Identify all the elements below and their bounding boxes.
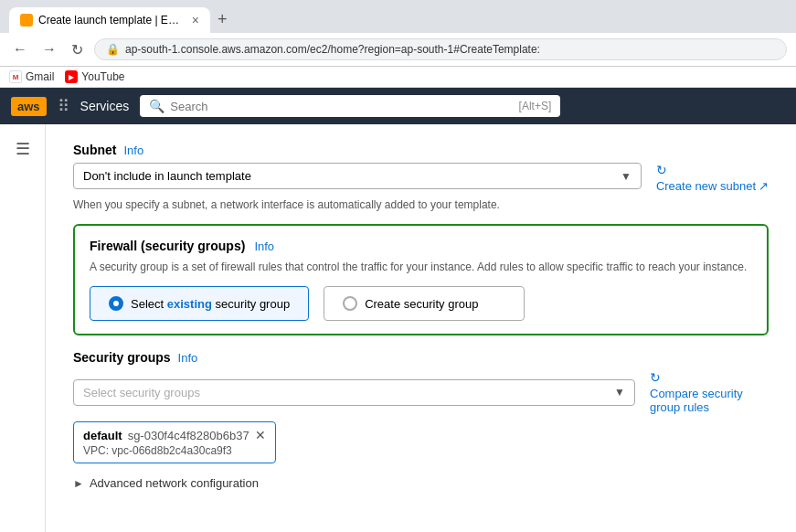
security-groups-section: Security groups Info Select security gro… — [73, 350, 769, 463]
firewall-radio-options: Select existing security group Create se… — [90, 286, 752, 321]
aws-search-bar[interactable]: 🔍 [Alt+S] — [140, 95, 560, 117]
subnet-select-wrap: Don't include in launch template ▼ — [73, 163, 642, 189]
sg-info-link[interactable]: Info — [178, 351, 198, 365]
subnet-title-row: Subnet Info — [73, 143, 769, 157]
aws-logo[interactable]: aws — [11, 97, 47, 116]
aws-navigation: aws ⠿ Services 🔍 [Alt+S] — [0, 88, 796, 124]
radio-label-existing: Select existing security group — [131, 297, 290, 311]
browser-chrome: Create launch template | EC2 Ma × + — [0, 0, 796, 33]
subnet-select[interactable]: Don't include in launch template ▼ — [73, 163, 642, 189]
selected-sg-item: default sg-030f4c4f8280b6b37 ✕ VPC: vpc-… — [73, 421, 276, 463]
firewall-info-link[interactable]: Info — [254, 239, 274, 253]
radio-circle-create — [343, 296, 357, 311]
firewall-title-row: Firewall (security groups) Info — [90, 239, 752, 253]
active-tab[interactable]: Create launch template | EC2 Ma × — [9, 7, 210, 33]
page-layout: ☰ Subnet Info Don't include in launch te… — [0, 124, 796, 532]
create-new-subnet-text: Create new subnet — [656, 179, 756, 193]
bookmarks-bar: M Gmail ▶ YouTube — [0, 67, 796, 88]
subnet-select-value: Don't include in launch template — [83, 169, 251, 183]
advanced-arrow-icon: ► — [73, 477, 84, 490]
firewall-description: A security group is a set of firewall ru… — [90, 259, 752, 275]
main-content: Subnet Info Don't include in launch temp… — [46, 124, 796, 532]
advanced-network-section[interactable]: ► Advanced network configuration — [73, 476, 769, 490]
tab-title: Create launch template | EC2 Ma — [38, 14, 186, 27]
radio-create-new[interactable]: Create security group — [324, 286, 525, 321]
sg-name-row: default sg-030f4c4f8280b6b37 ✕ — [83, 428, 266, 442]
subnet-row: Don't include in launch template ▼ ↻ Cre… — [73, 163, 769, 193]
lock-icon: 🔒 — [106, 43, 120, 56]
sg-remove-button[interactable]: ✕ — [255, 428, 266, 442]
gmail-icon: M — [9, 70, 22, 83]
new-tab-button[interactable]: + — [212, 10, 233, 29]
reload-button[interactable]: ↻ — [68, 39, 87, 60]
aws-services-button[interactable]: Services — [80, 99, 130, 113]
advanced-label: Advanced network configuration — [90, 476, 259, 490]
sg-select-row: Select security groups ▼ ↻ Compare secur… — [73, 370, 769, 414]
search-icon: 🔍 — [149, 99, 165, 113]
subnet-refresh-icon[interactable]: ↻ — [656, 163, 667, 177]
sg-id: sg-030f4c4f8280b6b37 — [128, 429, 249, 442]
aws-grid-icon[interactable]: ⠿ — [58, 96, 69, 116]
youtube-icon: ▶ — [65, 70, 78, 83]
sidebar-menu-icon[interactable]: ☰ — [10, 133, 36, 165]
sg-chevron-icon: ▼ — [614, 386, 625, 399]
firewall-title: Firewall (security groups) — [90, 239, 245, 253]
search-shortcut: [Alt+S] — [519, 100, 552, 112]
sg-label: Security groups — [73, 350, 171, 365]
subnet-label: Subnet — [73, 143, 116, 157]
subnet-note: When you specify a subnet, a network int… — [73, 198, 769, 211]
youtube-label: YouTube — [81, 70, 124, 83]
bookmark-gmail[interactable]: M Gmail — [9, 70, 54, 83]
firewall-section: Firewall (security groups) Info A securi… — [73, 224, 769, 335]
subnet-actions: ↻ Create new subnet ↗ — [656, 163, 769, 193]
sidebar: ☰ — [0, 124, 46, 532]
tab-close-button[interactable]: × — [192, 13, 199, 27]
address-text: ap-south-1.console.aws.amazon.com/ec2/ho… — [125, 43, 775, 56]
search-input[interactable] — [170, 100, 513, 113]
sg-refresh-icon[interactable]: ↻ — [650, 370, 661, 385]
external-link-icon: ↗ — [759, 179, 769, 193]
radio-circle-existing — [109, 296, 123, 311]
subnet-section: Subnet Info Don't include in launch temp… — [73, 143, 769, 211]
subnet-chevron-icon: ▼ — [621, 170, 631, 183]
gmail-label: Gmail — [26, 70, 54, 83]
sg-select[interactable]: Select security groups ▼ — [73, 379, 635, 406]
sg-select-placeholder: Select security groups — [83, 386, 200, 399]
sg-header-row: Security groups Info — [73, 350, 769, 365]
sg-name: default — [83, 429, 122, 442]
bookmark-youtube[interactable]: ▶ YouTube — [65, 70, 124, 83]
compare-sg-text: Compare security group rules — [650, 387, 743, 414]
sg-actions: ↻ Compare security group rules — [650, 370, 769, 414]
sg-vpc: VPC: vpc-066d8b2c4a30ca9f3 — [83, 444, 266, 457]
browser-tabs: Create launch template | EC2 Ma × + — [9, 7, 787, 33]
forward-button[interactable]: → — [38, 39, 60, 59]
subnet-info-link[interactable]: Info — [123, 144, 143, 157]
browser-toolbar: ← → ↻ 🔒 ap-south-1.console.aws.amazon.co… — [0, 33, 796, 67]
address-bar[interactable]: 🔒 ap-south-1.console.aws.amazon.com/ec2/… — [94, 38, 787, 60]
create-new-subnet-link[interactable]: Create new subnet ↗ — [656, 179, 769, 193]
sg-select-wrap: Select security groups ▼ — [73, 379, 635, 406]
compare-sg-link[interactable]: Compare security group rules — [650, 387, 743, 414]
tab-favicon — [20, 14, 33, 27]
back-button[interactable]: ← — [9, 39, 31, 59]
radio-select-existing[interactable]: Select existing security group — [90, 286, 309, 321]
radio-label-create: Create security group — [365, 297, 478, 311]
